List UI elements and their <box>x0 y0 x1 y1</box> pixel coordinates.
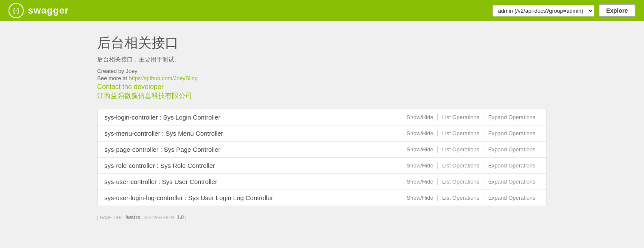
controller-actions: Show/HideList OperationsExpand Operation… <box>402 178 540 185</box>
contact-developer-link[interactable]: Contact the developer <box>97 83 164 90</box>
api-version-label: API VERSION: <box>144 215 175 220</box>
api-url-select[interactable]: admin (/v2/api-docs?group=admin) <box>493 5 594 17</box>
created-by-text: Created by Joey <box>97 68 547 74</box>
bracket-close: ] <box>184 215 186 220</box>
show-hide-link[interactable]: Show/Hide <box>402 162 438 169</box>
list-operations-link[interactable]: List Operations <box>438 178 484 185</box>
show-hide-link[interactable]: Show/Hide <box>402 195 438 201</box>
base-url-label: BASE URL: <box>100 215 124 220</box>
see-more-link[interactable]: https://github.com/JoeyBling <box>129 75 198 81</box>
comma: , <box>140 215 144 220</box>
api-version-value: 1.0 <box>177 215 184 220</box>
show-hide-link[interactable]: Show/Hide <box>402 178 438 185</box>
controller-name: sys-role-controller : Sys Role Controlle… <box>104 162 215 169</box>
expand-operations-link[interactable]: Expand Operations <box>484 178 540 185</box>
page-subtitle: 后台相关接口，主要用于测试. <box>97 56 547 64</box>
controller-name: sys-menu-controller : Sys Menu Controlle… <box>104 130 223 137</box>
see-more-text: See more at https://github.com/JoeyBling <box>97 75 547 81</box>
header-title: swagger <box>28 5 69 16</box>
explore-button[interactable]: Explore <box>599 4 636 17</box>
controller-name: sys-user-controller : Sys User Controlle… <box>104 178 217 185</box>
controller-actions: Show/HideList OperationsExpand Operation… <box>402 162 540 169</box>
list-operations-link[interactable]: List Operations <box>438 162 484 169</box>
show-hide-link[interactable]: Show/Hide <box>402 114 438 120</box>
see-more-label: See more at <box>97 75 129 81</box>
controller-row: sys-login-controller : Sys Login Control… <box>98 109 546 125</box>
list-operations-link[interactable]: List Operations <box>438 114 484 120</box>
show-hide-link[interactable]: Show/Hide <box>402 130 438 137</box>
footer-info: [ BASE URL: /wstro , API VERSION: 1.0 ] <box>97 215 547 220</box>
controller-row: sys-role-controller : Sys Role Controlle… <box>98 158 546 174</box>
expand-operations-link[interactable]: Expand Operations <box>484 195 540 201</box>
controller-actions: Show/HideList OperationsExpand Operation… <box>402 195 540 201</box>
page-title: 后台相关接口 <box>97 34 547 53</box>
contact-link-row: Contact the developer <box>97 83 547 91</box>
expand-operations-link[interactable]: Expand Operations <box>484 146 540 153</box>
controller-name: sys-page-controller : Sys Page Controlle… <box>104 146 220 153</box>
expand-operations-link[interactable]: Expand Operations <box>484 162 540 169</box>
controller-row: sys-page-controller : Sys Page Controlle… <box>98 142 546 158</box>
header-left: {·} swagger <box>8 3 69 18</box>
controller-row: sys-user-controller : Sys User Controlle… <box>98 174 546 190</box>
expand-operations-link[interactable]: Expand Operations <box>484 114 540 120</box>
controller-row: sys-menu-controller : Sys Menu Controlle… <box>98 125 546 142</box>
base-url-value: /wstro <box>126 215 140 220</box>
expand-operations-link[interactable]: Expand Operations <box>484 130 540 137</box>
list-operations-link[interactable]: List Operations <box>438 130 484 137</box>
controller-list: sys-login-controller : Sys Login Control… <box>97 109 547 206</box>
main-content: 后台相关接口 后台相关接口，主要用于测试. Created by Joey Se… <box>89 21 555 237</box>
controller-actions: Show/HideList OperationsExpand Operation… <box>402 130 540 137</box>
controller-actions: Show/HideList OperationsExpand Operation… <box>402 114 540 120</box>
company-link-row: 江西益强微赢信息科技有限公司 <box>97 92 547 100</box>
controller-actions: Show/HideList OperationsExpand Operation… <box>402 146 540 153</box>
controller-name: sys-user-login-log-controller : Sys User… <box>104 194 273 201</box>
header: {·} swagger admin (/v2/api-docs?group=ad… <box>0 0 644 21</box>
controller-name: sys-login-controller : Sys Login Control… <box>104 114 220 121</box>
swagger-logo-icon: {·} <box>8 3 24 18</box>
controller-row: sys-user-login-log-controller : Sys User… <box>98 190 546 206</box>
company-link[interactable]: 江西益强微赢信息科技有限公司 <box>97 92 192 99</box>
header-right: admin (/v2/api-docs?group=admin) Explore <box>493 4 636 17</box>
show-hide-link[interactable]: Show/Hide <box>402 146 438 153</box>
list-operations-link[interactable]: List Operations <box>438 146 484 153</box>
list-operations-link[interactable]: List Operations <box>438 195 484 201</box>
